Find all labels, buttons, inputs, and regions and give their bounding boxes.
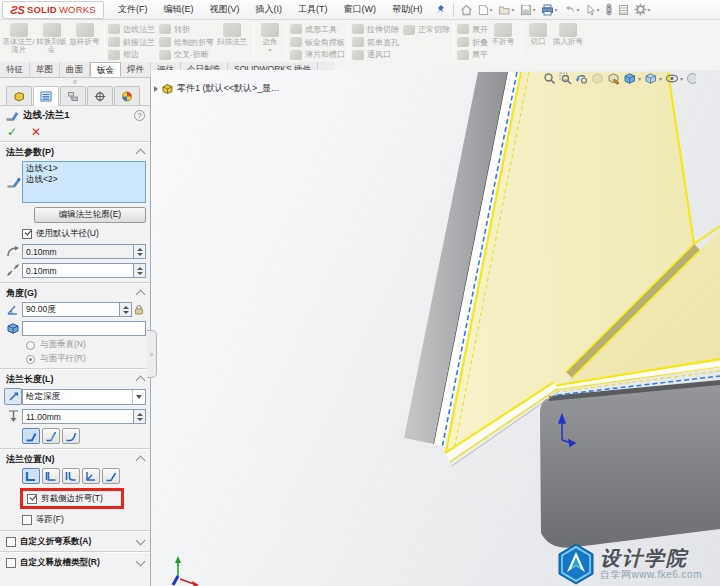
tab-surfaces[interactable]: 曲面 (60, 62, 90, 77)
offset-checkbox[interactable] (22, 515, 32, 525)
normal-cut-button[interactable]: 正常切除 (403, 23, 450, 36)
spinner[interactable] (133, 410, 145, 423)
home-icon[interactable] (458, 3, 475, 17)
section-flange-parameters[interactable]: 法兰参数(P) (0, 145, 150, 159)
attach-icon[interactable] (603, 2, 615, 17)
insert-bends-button[interactable]: 插入折弯 (551, 21, 585, 61)
bend-from-virtual-sharp-button[interactable] (82, 468, 100, 484)
bend-outside-button[interactable] (62, 468, 80, 484)
dropdown-arrow-icon[interactable] (132, 390, 145, 404)
options-gear-icon[interactable]: ▾ (632, 2, 653, 17)
lofted-bend-button[interactable]: 放样折弯 (68, 21, 101, 61)
inner-virtual-sharp-button[interactable] (42, 428, 60, 444)
tangent-to-bend-button[interactable] (102, 468, 120, 484)
material-inside-button[interactable] (22, 468, 40, 484)
edit-appearance-icon[interactable] (607, 72, 620, 85)
miter-flange-button[interactable]: 斜接法兰 (108, 36, 155, 49)
no-bends-button[interactable]: 不折弯 (488, 21, 518, 61)
base-flange-button[interactable]: 基体法兰/薄片 (2, 21, 35, 61)
flange-angle-input[interactable]: 90.00度 (22, 302, 132, 317)
sketched-bend-button[interactable]: 绘制的折弯 (159, 36, 214, 49)
previous-view-icon[interactable] (575, 72, 588, 85)
spinner[interactable] (133, 264, 145, 277)
ok-button[interactable]: ✓ (7, 126, 17, 138)
menu-view[interactable]: 视图(V) (202, 0, 248, 19)
gusset-button[interactable]: 钣金角撑板 (290, 36, 345, 49)
custom-bend-allowance-section[interactable]: 自定义折弯系数(A) (0, 534, 150, 549)
pin-menu-icon[interactable] (433, 2, 449, 18)
jog-button[interactable]: 转折 (159, 23, 214, 36)
fold-button[interactable]: 折叠 (457, 36, 488, 49)
tab-slot-button[interactable]: 薄片和槽口 (290, 48, 345, 61)
bend-radius-input[interactable]: 0.10mm (22, 244, 146, 259)
menu-window[interactable]: 窗口(W) (336, 0, 385, 19)
tab-sketch[interactable]: 草图 (30, 62, 60, 77)
trim-side-bends-checkbox[interactable] (27, 494, 37, 504)
collapse-chevron-icon[interactable] (136, 376, 146, 386)
parallel-radio[interactable] (26, 355, 35, 364)
collapse-chevron-icon[interactable] (136, 456, 146, 466)
material-outside-button[interactable] (42, 468, 60, 484)
tab-weldments[interactable]: 焊件 (121, 62, 151, 77)
expand-chevron-icon[interactable] (136, 557, 146, 567)
3d-viewport[interactable]: 零件1 (默认<<默认>_显... ▾ ▾ ▾ 设计学院 自学网www (151, 70, 720, 586)
end-condition-dropdown[interactable]: 给定深度 (22, 389, 146, 405)
flyout-feature-tree[interactable]: 零件1 (默认<<默认>_显... (154, 82, 279, 95)
edge-flange-button[interactable]: 边线法兰 (108, 23, 155, 36)
extruded-cut-button[interactable]: 拉伸切除 (352, 23, 399, 36)
propertymanager-tab[interactable] (33, 86, 59, 106)
zoom-area-icon[interactable] (559, 72, 572, 85)
expand-arrow-icon[interactable] (154, 86, 158, 92)
selected-edge-item[interactable]: 边线<1> (26, 163, 142, 174)
menu-edit[interactable]: 编辑(E) (156, 0, 202, 19)
convert-to-sheet-metal-button[interactable]: 转换到钣金 (35, 21, 68, 61)
new-document-icon[interactable]: ▾ (476, 3, 495, 17)
spinner[interactable] (133, 245, 145, 258)
outer-virtual-sharp-button[interactable] (22, 428, 40, 444)
swept-flange-button[interactable]: 扫描法兰 (214, 21, 250, 61)
section-flange-length[interactable]: 法兰长度(L) (0, 372, 150, 386)
save-icon[interactable]: ▾ (518, 3, 538, 17)
cross-break-button[interactable]: 交叉-折断 (159, 48, 214, 61)
gap-distance-input[interactable]: 0.10mm (22, 263, 146, 278)
configuration-tab[interactable] (60, 86, 86, 105)
flatten-button[interactable]: 展平 (457, 48, 488, 61)
corner-button[interactable]: 边角 ▾ (257, 21, 283, 61)
reference-face-input[interactable] (22, 321, 146, 336)
featuremanager-tab[interactable] (6, 86, 32, 105)
reverse-direction-button[interactable] (4, 388, 22, 405)
use-default-radius-checkbox[interactable] (22, 229, 32, 239)
tab-sheet-metal[interactable]: 钣金 (90, 62, 121, 77)
tab-features[interactable]: 特征 (0, 62, 30, 77)
undo-icon[interactable]: ▾ (561, 3, 582, 17)
vent-button[interactable]: 通风口 (352, 48, 399, 61)
help-icon[interactable]: ? (134, 110, 145, 121)
select-cursor-icon[interactable]: ▾ (583, 3, 602, 17)
custom-bend-allowance-checkbox[interactable] (6, 537, 16, 547)
custom-relief-type-section[interactable]: 自定义释放槽类型(R) (0, 555, 150, 570)
cancel-button[interactable]: ✕ (31, 126, 41, 138)
spinner[interactable] (119, 303, 131, 316)
perpendicular-radio[interactable] (26, 341, 35, 350)
unfold-button[interactable]: 展开 (457, 23, 488, 36)
hide-show-items-icon[interactable]: ▾ (665, 72, 683, 85)
flange-depth-input[interactable]: 11.00mm (22, 409, 146, 424)
view-orientation-icon[interactable]: ▾ (623, 72, 641, 85)
menu-tools[interactable]: 工具(T) (290, 0, 336, 19)
section-angle[interactable]: 角度(G) (0, 286, 150, 300)
hem-button[interactable]: 褶边 (108, 48, 155, 61)
custom-relief-type-checkbox[interactable] (6, 558, 16, 568)
tangent-bend-button[interactable] (62, 428, 80, 444)
menu-help[interactable]: 帮助(H) (384, 0, 431, 19)
print-icon[interactable]: ▾ (539, 3, 560, 17)
edge-selection-listbox[interactable]: 边线<1> 边线<2> (22, 161, 146, 203)
menu-insert[interactable]: 插入(I) (248, 0, 291, 19)
appearance-sphere-icon[interactable] (686, 72, 696, 85)
displaymanager-tab[interactable] (114, 86, 140, 105)
task-pane-icon[interactable] (616, 3, 631, 17)
collapse-chevron-icon[interactable] (136, 149, 146, 159)
section-flange-position[interactable]: 法兰位置(N) (0, 452, 150, 466)
edit-flange-profile-button[interactable]: 编辑法兰轮廓(E) (34, 207, 146, 223)
panel-splitter-handle[interactable] (147, 330, 157, 378)
menu-file[interactable]: 文件(F) (110, 0, 156, 19)
